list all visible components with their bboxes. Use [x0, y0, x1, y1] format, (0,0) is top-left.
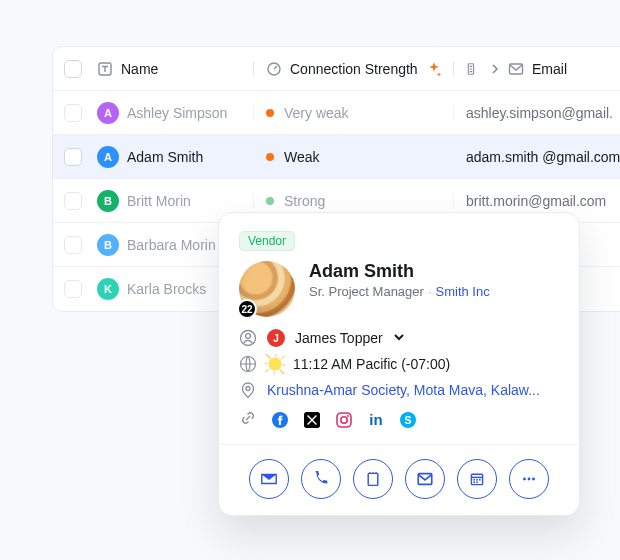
contact-avatar-small: K — [97, 278, 119, 300]
location-pin-icon — [239, 381, 257, 399]
address-row[interactable]: Krushna-Amar Society, Mota Mava, Kalaw..… — [239, 381, 559, 399]
strength-text: Strong — [284, 193, 325, 209]
strength-dot — [266, 153, 274, 161]
svg-rect-19 — [476, 479, 478, 481]
contact-avatar-small: A — [97, 146, 119, 168]
name-cell[interactable]: BBritt Morin — [93, 190, 253, 212]
email-cell[interactable]: adam.smith @gmail.com — [453, 149, 620, 165]
svg-rect-22 — [476, 481, 478, 483]
contact-avatar[interactable]: 22 — [239, 261, 295, 317]
chevron-down-icon — [393, 330, 405, 346]
strength-cell: Weak — [253, 149, 453, 165]
timezone-row: 11:12 AM Pacific (-07:00) — [239, 355, 559, 373]
account-owner-row[interactable]: J James Topper — [239, 329, 559, 347]
row-checkbox[interactable] — [64, 148, 82, 166]
strength-cell: Strong — [253, 193, 453, 209]
strength-text: Very weak — [284, 105, 349, 121]
text-type-icon — [97, 61, 113, 77]
sun-icon — [267, 356, 283, 372]
table-row[interactable]: AAshley SimpsonVery weakashley.simpson@g… — [53, 91, 620, 135]
owner-name: James Topper — [295, 330, 383, 346]
table-header-row: Name Connection Strength Email — [53, 47, 620, 91]
svg-rect-10 — [337, 413, 351, 427]
svg-point-23 — [523, 478, 526, 481]
skype-icon[interactable]: S — [399, 411, 417, 429]
svg-rect-15 — [368, 473, 378, 485]
linkedin-icon[interactable]: in — [367, 411, 385, 429]
strength-cell: Very weak — [253, 105, 453, 121]
person-icon — [239, 329, 257, 347]
calendar-action-button[interactable] — [457, 459, 497, 499]
svg-point-25 — [532, 478, 535, 481]
column-header-name[interactable]: Name — [93, 61, 253, 77]
strength-text: Weak — [284, 149, 320, 165]
action-buttons-row — [239, 459, 559, 499]
company-link[interactable]: Smith Inc — [436, 284, 490, 299]
select-all-checkbox[interactable] — [64, 60, 82, 78]
envelope-icon — [508, 61, 524, 77]
link-icon — [239, 409, 257, 430]
svg-point-24 — [528, 478, 531, 481]
contact-detail-popover: Vendor 22 Adam Smith Sr. Project Manager… — [218, 212, 580, 516]
email-action-button[interactable] — [249, 459, 289, 499]
facebook-icon[interactable] — [271, 411, 289, 429]
card-divider — [219, 444, 579, 445]
contact-role: Sr. Project Manager — [309, 284, 424, 299]
contact-avatar-small: B — [97, 190, 119, 212]
contact-hero: 22 Adam Smith Sr. Project Manager·Smith … — [239, 261, 559, 317]
globe-icon — [239, 355, 257, 373]
row-checkbox[interactable] — [64, 104, 82, 122]
column-header-label: Connection Strength — [290, 61, 418, 77]
vendor-tag: Vendor — [239, 231, 295, 251]
column-header-label: Name — [121, 61, 158, 77]
contact-name: Adam Smith — [309, 261, 490, 282]
note-action-button[interactable] — [353, 459, 393, 499]
name-cell[interactable]: AAdam Smith — [93, 146, 253, 168]
column-header-email[interactable]: Email — [453, 61, 620, 77]
connection-count-badge: 22 — [237, 299, 257, 319]
timezone-text: 11:12 AM Pacific (-07:00) — [293, 356, 450, 372]
column-header-strength[interactable]: Connection Strength — [253, 61, 453, 77]
message-action-button[interactable] — [405, 459, 445, 499]
table-row[interactable]: AAdam SmithWeakadam.smith @gmail.com — [53, 135, 620, 179]
svg-point-12 — [347, 415, 349, 417]
contact-name-text: Ashley Simpson — [127, 105, 227, 121]
email-cell[interactable]: britt.morin@gmail.com — [453, 193, 620, 209]
svg-point-5 — [246, 334, 251, 339]
contact-avatar-small: A — [97, 102, 119, 124]
name-cell[interactable]: AAshley Simpson — [93, 102, 253, 124]
social-links-row: in S — [239, 409, 559, 430]
calculated-field-icon — [466, 61, 482, 77]
svg-text:S: S — [404, 413, 411, 425]
column-header-label: Email — [532, 61, 567, 77]
contact-name-text: Adam Smith — [127, 149, 203, 165]
chevron-right-icon — [490, 61, 500, 77]
svg-rect-20 — [479, 479, 481, 481]
header-checkbox-cell — [53, 60, 93, 78]
svg-point-7 — [246, 387, 250, 391]
address-text: Krushna-Amar Society, Mota Mava, Kalaw..… — [267, 382, 540, 398]
svg-point-11 — [341, 416, 347, 422]
strength-dot — [266, 109, 274, 117]
strength-dot — [266, 197, 274, 205]
svg-rect-18 — [473, 479, 475, 481]
instagram-icon[interactable] — [335, 411, 353, 429]
more-action-button[interactable] — [509, 459, 549, 499]
email-cell[interactable]: ashley.simpson@gmail. — [453, 105, 620, 121]
contact-name-text: Barbara Morin — [127, 237, 216, 253]
x-twitter-icon[interactable] — [303, 411, 321, 429]
row-checkbox[interactable] — [64, 280, 82, 298]
contact-avatar-small: B — [97, 234, 119, 256]
svg-rect-21 — [473, 481, 475, 483]
contact-name-text: Karla Brocks — [127, 281, 206, 297]
sparkle-icon — [426, 61, 442, 77]
contact-subtitle: Sr. Project Manager·Smith Inc — [309, 284, 490, 299]
owner-avatar: J — [267, 329, 285, 347]
gauge-icon — [266, 61, 282, 77]
contact-name-text: Britt Morin — [127, 193, 191, 209]
row-checkbox[interactable] — [64, 192, 82, 210]
row-checkbox[interactable] — [64, 236, 82, 254]
call-action-button[interactable] — [301, 459, 341, 499]
